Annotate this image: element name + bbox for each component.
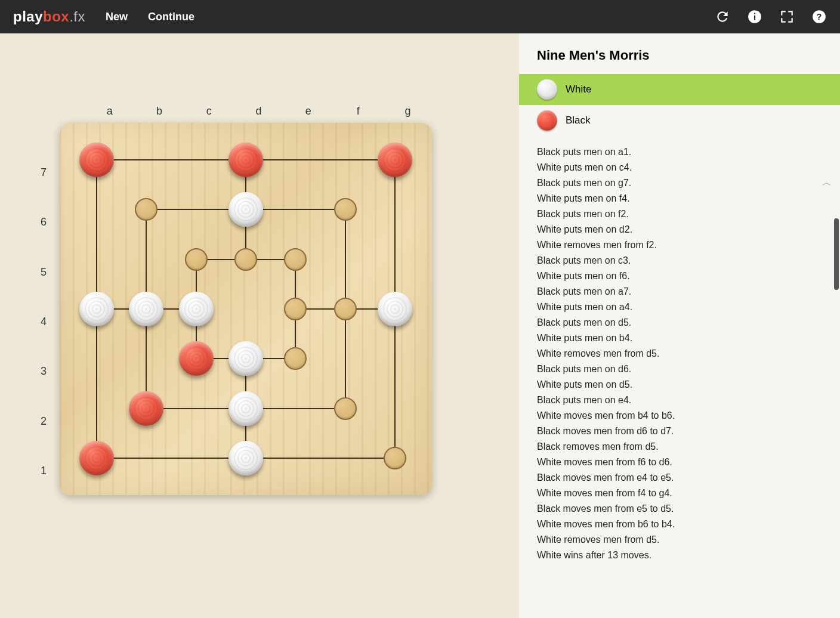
- topbar: playbox.fx New Continue ?: [0, 0, 840, 33]
- history-entry: White moves men from b4 to b6.: [537, 408, 822, 424]
- empty-point[interactable]: [284, 298, 307, 320]
- white-man[interactable]: [228, 192, 263, 227]
- nav-new[interactable]: New: [106, 11, 128, 23]
- col-label: f: [333, 105, 382, 118]
- col-label: a: [85, 105, 134, 118]
- black-piece-icon: [537, 110, 557, 131]
- board-area: abcdefg 7654321: [0, 33, 519, 618]
- history-entry: Black puts men on a1.: [537, 144, 822, 160]
- fullscreen-icon[interactable]: [779, 9, 795, 24]
- history-entry: Black moves men from e4 to e5.: [537, 470, 822, 486]
- empty-point[interactable]: [185, 248, 208, 271]
- empty-point[interactable]: [284, 248, 307, 271]
- history-entry: White moves men from f4 to g4.: [537, 486, 822, 501]
- history-entry: White puts men on a4.: [537, 299, 822, 315]
- white-piece-icon: [537, 79, 557, 100]
- game-board[interactable]: [60, 123, 432, 495]
- history-entry: White removes men from d5.: [537, 346, 822, 361]
- history-entry: White removes men from d5.: [537, 532, 822, 548]
- history-entry: White puts men on f6.: [537, 268, 822, 284]
- history-entry: White puts men on c4.: [537, 160, 822, 175]
- white-man[interactable]: [179, 292, 214, 326]
- col-labels: abcdefg: [85, 105, 433, 118]
- red-man[interactable]: [179, 341, 214, 376]
- white-man[interactable]: [79, 292, 114, 326]
- col-label: b: [134, 105, 184, 118]
- help-icon[interactable]: ?: [811, 9, 827, 24]
- white-man[interactable]: [129, 292, 163, 326]
- empty-point[interactable]: [234, 248, 257, 271]
- row-label: 5: [41, 248, 47, 297]
- history-entry: White puts men on d5.: [537, 377, 822, 393]
- col-label: e: [283, 105, 333, 118]
- scrollbar-thumb[interactable]: [834, 218, 839, 290]
- svg-rect-1: [754, 16, 755, 20]
- row-label: 4: [41, 297, 47, 347]
- move-history[interactable]: Black puts men on a1.White puts men on c…: [519, 144, 840, 618]
- player-white-row[interactable]: White: [519, 74, 840, 105]
- empty-point[interactable]: [384, 447, 406, 469]
- row-labels: 7654321: [41, 148, 47, 496]
- empty-point[interactable]: [284, 347, 307, 370]
- player-white-label: White: [566, 84, 591, 95]
- white-man[interactable]: [378, 292, 412, 326]
- player-black-row[interactable]: Black: [519, 105, 840, 136]
- side-panel: Nine Men's Morris White Black ︿ Black pu…: [519, 33, 840, 618]
- logo-box: box: [43, 8, 69, 24]
- history-entry: White removes men from f2.: [537, 237, 822, 253]
- board-lines: [60, 123, 432, 495]
- row-label: 6: [41, 197, 47, 247]
- row-label: 1: [41, 446, 47, 496]
- white-man[interactable]: [228, 391, 263, 426]
- history-entry: White puts men on f4.: [537, 191, 822, 206]
- row-label: 3: [41, 347, 47, 396]
- row-label: 2: [41, 396, 47, 446]
- empty-point[interactable]: [334, 397, 357, 420]
- svg-rect-2: [754, 13, 755, 14]
- history-entry: Black removes men from d5.: [537, 439, 822, 455]
- game-title: Nine Men's Morris: [519, 45, 840, 74]
- history-entry: Black moves men from d6 to d7.: [537, 424, 822, 439]
- col-label: d: [234, 105, 283, 118]
- white-man[interactable]: [228, 341, 263, 376]
- white-man[interactable]: [228, 441, 263, 475]
- col-label: g: [383, 105, 433, 118]
- empty-point[interactable]: [334, 198, 357, 221]
- row-label: 7: [41, 148, 47, 197]
- svg-text:?: ?: [816, 11, 822, 21]
- history-entry: Black puts men on a7.: [537, 284, 822, 299]
- red-man[interactable]: [79, 143, 114, 177]
- logo-play: play: [13, 8, 43, 24]
- history-entry: White moves men from b6 to b4.: [537, 517, 822, 532]
- history-entry: White puts men on d2.: [537, 222, 822, 237]
- history-entry: Black moves men from e5 to d5.: [537, 501, 822, 517]
- empty-point[interactable]: [135, 198, 158, 221]
- history-entry: Black puts men on d5.: [537, 315, 822, 330]
- red-man[interactable]: [378, 143, 412, 177]
- red-man[interactable]: [129, 391, 163, 426]
- red-man[interactable]: [79, 441, 114, 475]
- history-entry: Black puts men on d6.: [537, 361, 822, 377]
- history-entry: Black puts men on c3.: [537, 253, 822, 268]
- player-black-label: Black: [566, 115, 591, 126]
- logo-fx: .fx: [69, 8, 85, 24]
- info-icon[interactable]: [747, 9, 762, 24]
- history-entry: Black puts men on g7.: [537, 175, 822, 191]
- red-man[interactable]: [228, 143, 263, 177]
- history-entry: White puts men on b4.: [537, 330, 822, 346]
- nav-continue[interactable]: Continue: [148, 11, 194, 23]
- history-entry: White moves men from f6 to d6.: [537, 455, 822, 470]
- refresh-icon[interactable]: [715, 9, 730, 24]
- scroll-up-icon[interactable]: ︿: [822, 177, 832, 189]
- empty-point[interactable]: [334, 298, 357, 320]
- history-entry: Black puts men on e4.: [537, 393, 822, 408]
- history-entry: Black puts men on f2.: [537, 206, 822, 222]
- logo[interactable]: playbox.fx: [13, 8, 85, 25]
- col-label: c: [184, 105, 234, 118]
- history-entry: White wins after 13 moves.: [537, 548, 822, 563]
